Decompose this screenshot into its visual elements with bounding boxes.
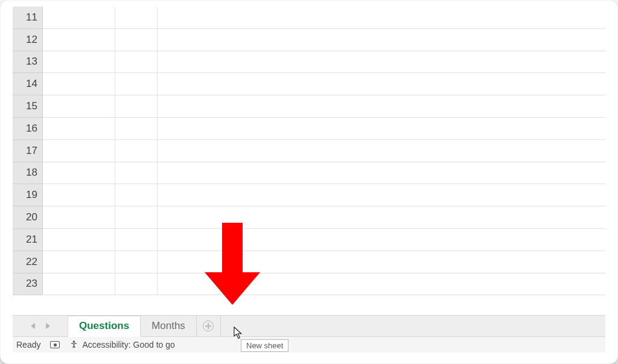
sheet-tab-strip: Questions Months [13,315,605,337]
accessibility-icon [69,340,78,350]
cell[interactable] [158,118,605,140]
cell[interactable] [43,95,115,118]
row[interactable]: 20 [13,206,605,229]
sheet-tab-label: Months [151,320,185,332]
row[interactable]: 21 [13,229,605,251]
status-accessibility[interactable]: Accessibility: Good to go [69,340,174,350]
row[interactable]: 12 [13,29,605,51]
row-header[interactable]: 14 [13,73,43,95]
cell[interactable] [43,51,115,74]
status-ready-label: Ready [16,340,40,350]
cell[interactable] [115,95,158,118]
row[interactable]: 14 [13,73,605,95]
cell[interactable] [43,73,115,95]
cell[interactable] [43,251,115,273]
row[interactable]: 18 [13,162,605,185]
cell[interactable] [158,7,605,29]
cell[interactable] [158,51,605,74]
cell[interactable] [115,7,158,29]
row-header[interactable]: 20 [13,206,43,229]
cell[interactable] [43,29,115,51]
row-header[interactable]: 19 [13,184,43,206]
row-header[interactable]: 11 [13,7,43,29]
row-header[interactable]: 13 [13,51,43,74]
status-macro[interactable] [50,341,60,348]
cell[interactable] [158,162,605,185]
excel-window: 11 12 13 14 15 [0,0,618,364]
cell[interactable] [43,162,115,185]
row[interactable]: 17 [13,140,605,162]
row-header[interactable]: 18 [13,162,43,185]
cell[interactable] [115,184,158,206]
status-accessibility-label: Accessibility: Good to go [82,340,174,350]
row[interactable]: 11 [13,7,605,29]
row-header[interactable]: 23 [13,273,43,296]
sheet-tab-label: Questions [79,320,129,332]
tab-nav-prev-icon[interactable] [29,323,35,329]
row-header[interactable]: 15 [13,95,43,118]
row-header[interactable]: 16 [13,118,43,140]
row-header[interactable]: 22 [13,251,43,273]
cell[interactable] [43,229,115,251]
cell[interactable] [115,162,158,185]
cell[interactable] [115,229,158,251]
row-header[interactable]: 17 [13,140,43,162]
row[interactable]: 23 [13,273,605,296]
status-bar: Ready Accessibility: Good to go [13,337,605,353]
cell[interactable] [115,206,158,229]
spreadsheet-grid[interactable]: 11 12 13 14 15 [13,7,605,315]
sheet-tab-questions[interactable]: Questions [68,316,141,337]
status-ready: Ready [16,340,40,350]
cell[interactable] [115,29,158,51]
cell[interactable] [158,29,605,51]
row[interactable]: 22 [13,251,605,273]
cell[interactable] [158,140,605,162]
row-header[interactable]: 21 [13,229,43,251]
cell[interactable] [43,184,115,206]
row[interactable]: 16 [13,118,605,140]
cell[interactable] [43,206,115,229]
cell[interactable] [158,73,605,95]
row[interactable]: 13 [13,51,605,74]
cell[interactable] [115,251,158,273]
cell[interactable] [158,206,605,229]
sheet-tab-months[interactable]: Months [141,316,197,336]
cell[interactable] [43,7,115,29]
tab-nav-group [13,316,68,336]
cell[interactable] [158,95,605,118]
plus-icon [203,321,214,331]
new-sheet-button[interactable] [197,316,221,336]
cell[interactable] [43,118,115,140]
cell[interactable] [158,229,605,251]
cell[interactable] [115,273,158,296]
svg-point-0 [74,340,75,342]
cell[interactable] [158,184,605,206]
cell[interactable] [115,140,158,162]
record-macro-icon [50,341,60,348]
row-header[interactable]: 12 [13,29,43,51]
cell[interactable] [115,51,158,74]
cell[interactable] [158,273,605,296]
row[interactable]: 19 [13,184,605,206]
row[interactable]: 15 [13,95,605,118]
cell[interactable] [43,273,115,296]
tab-nav-next-icon[interactable] [46,323,52,329]
cell[interactable] [43,140,115,162]
cell[interactable] [115,73,158,95]
cell[interactable] [115,118,158,140]
cell[interactable] [158,251,605,273]
